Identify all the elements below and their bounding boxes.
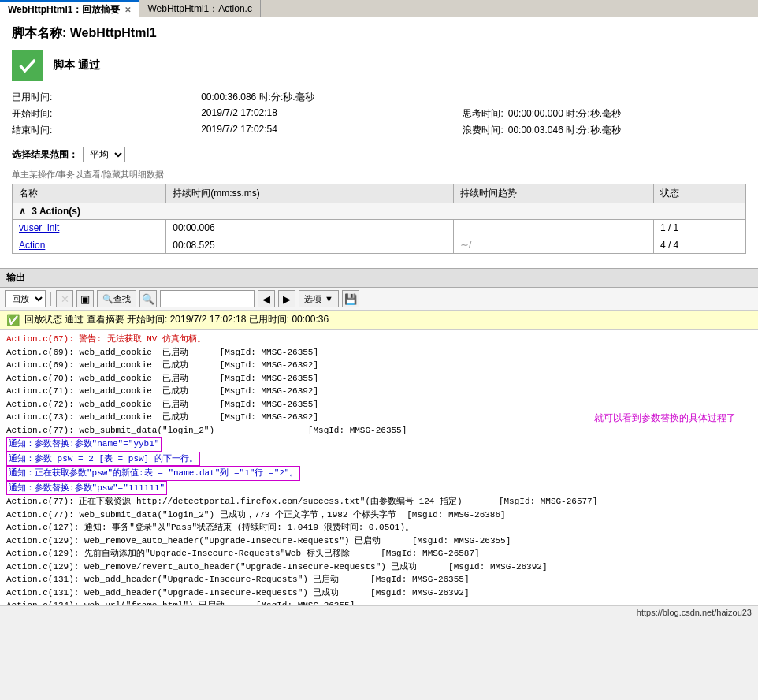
waste-row: 浪费时间: 00:00:03.046 时:分:秒.毫秒 xyxy=(463,124,746,137)
col-header-duration: 持续时间(mm:ss.ms) xyxy=(166,184,454,203)
row2-duration: 00:08.525 xyxy=(166,236,454,254)
log-line: Action.c(69): web_add_cookie 已成功 [MsgId:… xyxy=(6,359,752,372)
log-line: Action.c(131): web_add_header("Upgrade-I… xyxy=(6,586,752,600)
table-group-row: ∧ 3 Action(s) xyxy=(13,203,746,220)
start-label: 开始时间: xyxy=(12,107,177,121)
table-row: Action 00:08.525 ∼/ 4 / 4 xyxy=(13,236,746,254)
output-toolbar: 回放 ✕ ▣ 🔍 查找 🔍 ◀ ▶ 选项 ▼ 💾 xyxy=(0,288,758,311)
log-line: Action.c(127): 通知: 事务"登录"以"Pass"状态结束 (持续… xyxy=(6,521,752,534)
elapsed-label: 已用时间: xyxy=(12,91,177,104)
row2-status: 4 / 4 xyxy=(653,236,745,254)
options-arrow-icon: ▼ xyxy=(325,294,333,303)
row1-duration: 00:00.006 xyxy=(166,220,454,236)
status-row: 脚本 通过 xyxy=(12,50,746,81)
row1-status: 1 / 1 xyxy=(653,220,745,236)
status-check-icon: ✅ xyxy=(6,314,20,326)
action-link[interactable]: Action xyxy=(19,240,45,251)
end-label: 结束时间: xyxy=(12,124,177,137)
waste-label: 浪费时间: xyxy=(463,124,503,137)
log-line: Action.c(134): web_url("frame_html") 已启动… xyxy=(6,599,752,605)
log-line: Action.c(77): 正在下载资源 http://detectportal… xyxy=(6,495,752,508)
think-row: 思考时间: 00:00:00.000 时:分:秒.毫秒 xyxy=(463,107,746,121)
log-area[interactable]: 就可以看到参数替换的具体过程了Action.c(67): 警告: 无法获取 NV… xyxy=(0,330,758,605)
filter-select[interactable]: 平均 最小 最大 xyxy=(83,147,125,162)
tab-close-icon[interactable]: ✕ xyxy=(124,6,131,14)
log-line: Action.c(77): web_submit_data("login_2")… xyxy=(6,424,752,438)
log-line: Action.c(131): web_add_header("Upgrade-I… xyxy=(6,573,752,586)
tab-replay-label: WebHttpHtml1：回放摘要 xyxy=(8,3,120,17)
filter-label: 选择结果范围： xyxy=(12,148,78,162)
find-label: 查找 xyxy=(113,293,131,305)
table-group-label: ∧ 3 Action(s) xyxy=(13,203,746,220)
log-line: 通知：参数替换:参数"psw"="111111" xyxy=(6,481,752,496)
stop-btn[interactable]: ✕ xyxy=(56,290,73,307)
bottom-right: https://blog.csdn.net/haizou23 xyxy=(637,608,752,617)
tab-bar: WebHttpHtml1：回放摘要 ✕ WebHttpHtml1：Action.… xyxy=(0,0,758,17)
log-line: 通知：正在获取参数"psw"的新值:表 = "name.dat"列 ="1"行 … xyxy=(6,466,752,481)
log-line: Action.c(72): web_add_cookie 已启动 [MsgId:… xyxy=(6,398,752,411)
filter-row: 选择结果范围： 平均 最小 最大 xyxy=(12,147,746,162)
log-annotation: 就可以看到参数替换的具体过程了 xyxy=(594,411,736,425)
output-status-bar: ✅ 回放状态 通过 查看摘要 开始时间: 2019/7/2 17:02:18 已… xyxy=(0,311,758,330)
waste-value: 00:00:03.046 时:分:秒.毫秒 xyxy=(508,124,621,137)
think-value: 00:00:00.000 时:分:秒.毫秒 xyxy=(508,107,621,121)
log-line: Action.c(70): web_add_cookie 已启动 [MsgId:… xyxy=(6,372,752,385)
log-line: Action.c(129): web_remove_auto_header("U… xyxy=(6,534,752,548)
save-btn[interactable]: 💾 xyxy=(342,290,359,307)
options-btn[interactable]: 选项 ▼ xyxy=(299,290,339,307)
log-line: 通知：参数替换:参数"name"="yyb1" xyxy=(6,437,752,452)
restart-btn[interactable]: ▣ xyxy=(76,290,94,307)
find-icon: 🔍 xyxy=(102,294,113,304)
elapsed-value: 00:00:36.086 时:分:秒.毫秒 xyxy=(201,91,439,104)
status-text: 脚本 通过 xyxy=(53,58,100,73)
tab-replay-summary[interactable]: WebHttpHtml1：回放摘要 ✕ xyxy=(0,0,139,17)
divider1 xyxy=(50,292,51,306)
script-name-heading: 脚本名称: WebHttpHtml1 xyxy=(12,25,746,42)
options-label: 选项 xyxy=(304,293,321,305)
log-line: Action.c(129): 先前自动添加的"Upgrade-Insecure-… xyxy=(6,547,752,560)
col-header-trend: 持续时间趋势 xyxy=(453,184,653,203)
table-description: 单主某操作/事务以查看/隐藏其明细数据 xyxy=(12,169,746,181)
time-info: 已用时间: 00:00:36.086 时:分:秒.毫秒 开始时间: 2019/7… xyxy=(12,91,746,137)
vuser-init-link[interactable]: vuser_init xyxy=(19,222,59,233)
script-name-label: 脚本名称: xyxy=(12,26,66,39)
log-line: Action.c(77): web_submit_data("login_2")… xyxy=(6,508,752,522)
row1-trend xyxy=(453,220,653,236)
status-bar-text: 回放状态 通过 查看摘要 开始时间: 2019/7/2 17:02:18 已用时… xyxy=(24,313,329,326)
log-line: 通知：参数 psw = 2 [表 = psw] 的下一行。 xyxy=(6,452,752,467)
row2-name[interactable]: Action xyxy=(13,236,166,254)
replay-mode-select[interactable]: 回放 xyxy=(5,290,46,307)
tab-action-c[interactable]: WebHttpHtml1：Action.c xyxy=(139,0,261,17)
log-line: Action.c(67): 警告: 无法获取 NV 仿真句柄。 xyxy=(6,333,752,346)
table-row: vuser_init 00:00.006 1 / 1 xyxy=(13,220,746,236)
checkmark-icon xyxy=(17,54,39,76)
results-table: 名称 持续时间(mm:ss.ms) 持续时间趋势 状态 ∧ 3 Action(s… xyxy=(12,184,746,254)
row2-trend: ∼/ xyxy=(453,236,653,254)
row1-name[interactable]: vuser_init xyxy=(13,220,166,236)
col-header-name: 名称 xyxy=(13,184,166,203)
search-btn[interactable]: 🔍 xyxy=(139,290,157,307)
bottom-status-bar: https://blog.csdn.net/haizou23 xyxy=(0,605,758,619)
think-label: 思考时间: xyxy=(463,107,503,121)
prev-btn[interactable]: ◀ xyxy=(258,290,275,307)
tab-action-label: WebHttpHtml1：Action.c xyxy=(147,2,252,16)
find-btn[interactable]: 🔍 查找 xyxy=(97,290,136,307)
log-line: Action.c(69): web_add_cookie 已启动 [MsgId:… xyxy=(6,346,752,359)
start-value: 2019/7/2 17:02:18 xyxy=(201,107,439,121)
main-content: 脚本名称: WebHttpHtml1 脚本 通过 已用时间: 00:00:36.… xyxy=(0,17,758,268)
end-value: 2019/7/2 17:02:54 xyxy=(201,124,439,137)
script-name-value: WebHttpHtml1 xyxy=(70,26,157,39)
output-section-header: 输出 xyxy=(0,268,758,288)
log-line: Action.c(71): web_add_cookie 已成功 [MsgId:… xyxy=(6,385,752,398)
next-btn[interactable]: ▶ xyxy=(278,290,295,307)
status-icon-container xyxy=(12,50,43,81)
col-header-status: 状态 xyxy=(653,184,745,203)
search-input[interactable] xyxy=(160,290,255,307)
log-line: Action.c(129): web_remove/revert_auto_he… xyxy=(6,560,752,574)
